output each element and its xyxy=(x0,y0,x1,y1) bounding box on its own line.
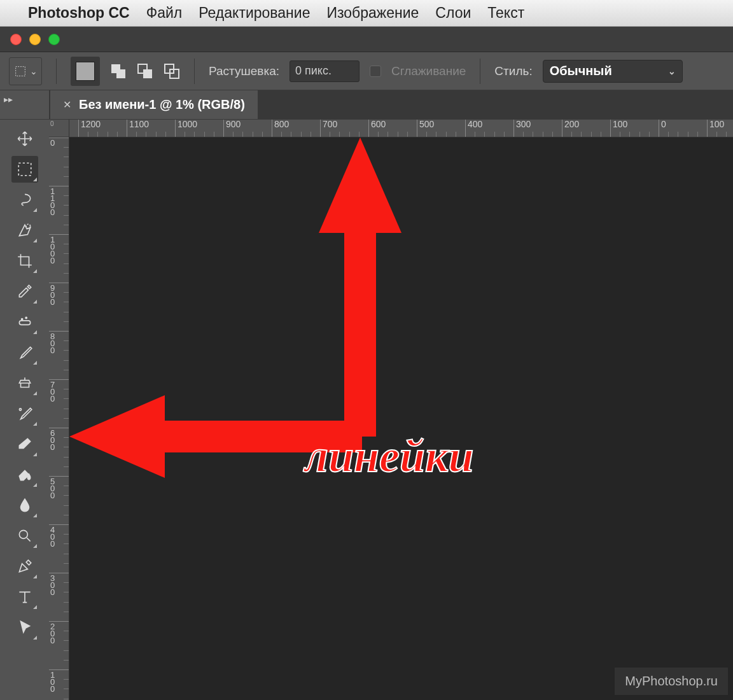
menu-image[interactable]: Изображение xyxy=(326,4,419,22)
document-tab-row: ▸▸ ✕ Без имени-1 @ 1% (RGB/8) xyxy=(0,90,733,120)
close-tab-icon[interactable]: ✕ xyxy=(63,99,71,111)
paint-bucket-tool[interactable] xyxy=(11,461,38,488)
tool-palette xyxy=(0,120,49,700)
chevron-down-icon: ⌄ xyxy=(30,66,38,76)
move-tool[interactable] xyxy=(11,125,38,152)
document-title: Без имени-1 @ 1% (RGB/8) xyxy=(79,97,245,112)
options-bar: ⌄ Растушевка: Сглаживание Стиль: Обычный… xyxy=(0,52,733,90)
svg-rect-4 xyxy=(143,69,152,78)
antialias-checkbox[interactable] xyxy=(370,66,381,77)
horizontal-ruler[interactable]: 1200110010009008007006005004003002001000… xyxy=(69,120,733,137)
canvas-area: 0 12001100100090080070060050040030020010… xyxy=(49,120,733,700)
selection-new-icon[interactable] xyxy=(71,57,100,86)
menu-layers[interactable]: Слои xyxy=(435,4,471,22)
history-brush-tool[interactable] xyxy=(11,400,38,427)
dodge-tool[interactable] xyxy=(11,522,38,549)
ruler-corner[interactable]: 0 xyxy=(49,120,69,137)
menu-edit[interactable]: Редактирование xyxy=(199,4,310,22)
menu-file[interactable]: Файл xyxy=(146,4,183,22)
mac-menubar: Photoshop CC Файл Редактирование Изображ… xyxy=(0,0,733,27)
chevron-down-icon: ⌄ xyxy=(668,66,676,76)
canvas[interactable]: линейки MyPhotoshop.ru xyxy=(69,137,733,700)
maximize-window-icon[interactable] xyxy=(48,34,60,45)
marquee-tool[interactable] xyxy=(11,156,38,183)
lasso-tool[interactable] xyxy=(11,186,38,213)
path-select-tool[interactable] xyxy=(11,614,38,641)
antialias-label: Сглаживание xyxy=(391,64,466,78)
annotation-label: линейки xyxy=(305,430,474,483)
quick-select-tool[interactable] xyxy=(11,217,38,244)
crop-tool[interactable] xyxy=(11,248,38,274)
feather-label: Растушевка: xyxy=(209,64,279,78)
eraser-tool[interactable] xyxy=(11,431,38,458)
style-select[interactable]: Обычный ⌄ xyxy=(543,60,683,83)
blur-tool[interactable] xyxy=(11,492,38,519)
vertical-ruler[interactable]: 011001000900800700600500400300200100 xyxy=(49,137,69,700)
feather-input[interactable] xyxy=(290,60,360,82)
current-tool-dropdown[interactable]: ⌄ xyxy=(9,57,42,85)
svg-point-10 xyxy=(21,319,22,320)
eyedropper-tool[interactable] xyxy=(11,278,38,305)
clone-stamp-tool[interactable] xyxy=(11,370,38,396)
svg-rect-0 xyxy=(16,66,25,76)
selection-add-icon[interactable] xyxy=(110,63,127,80)
type-tool[interactable] xyxy=(11,584,38,610)
close-window-icon[interactable] xyxy=(10,34,22,45)
selection-subtract-icon[interactable] xyxy=(137,63,153,80)
watermark: MyPhotoshop.ru xyxy=(615,668,728,695)
selection-intersect-icon[interactable] xyxy=(164,63,180,80)
svg-point-12 xyxy=(19,530,27,538)
document-tab[interactable]: ✕ Без имени-1 @ 1% (RGB/8) xyxy=(50,90,258,119)
svg-rect-9 xyxy=(19,321,30,325)
toolbar-collapse-icon[interactable]: ▸▸ xyxy=(0,90,49,119)
menu-text[interactable]: Текст xyxy=(487,4,524,22)
brush-tool[interactable] xyxy=(11,339,38,366)
svg-rect-2 xyxy=(116,69,125,78)
minimize-window-icon[interactable] xyxy=(29,34,41,45)
style-label: Стиль: xyxy=(494,64,532,78)
svg-point-11 xyxy=(25,317,27,318)
app-name[interactable]: Photoshop CC xyxy=(28,4,130,22)
svg-rect-7 xyxy=(18,163,31,176)
healing-brush-tool[interactable] xyxy=(11,309,38,335)
pen-tool[interactable] xyxy=(11,553,38,580)
window-titlebar xyxy=(0,27,733,52)
